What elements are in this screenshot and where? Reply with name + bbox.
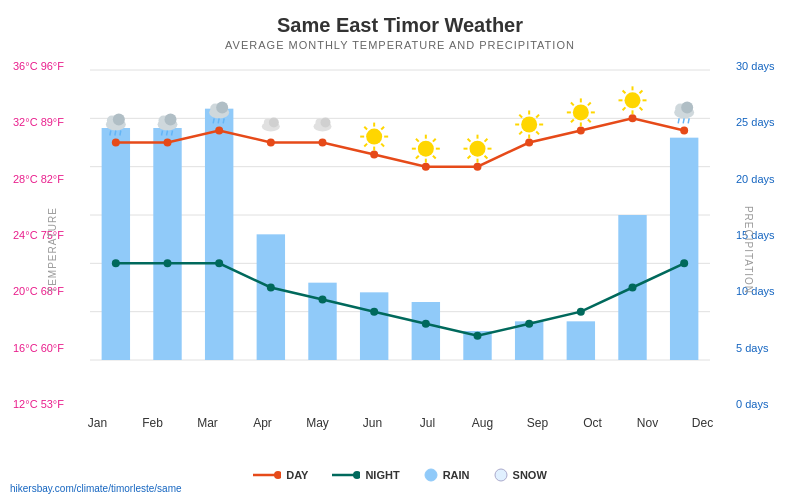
x-label: May: [298, 416, 338, 430]
y-label-right: 20 days: [736, 173, 775, 185]
svg-line-9: [381, 144, 384, 147]
watermark: hikersbay.com/climate/timorleste/same: [10, 483, 182, 494]
night-temp-dot: [370, 308, 378, 316]
day-temp-dot: [370, 151, 378, 159]
svg-point-25: [470, 141, 486, 157]
x-label: Apr: [243, 416, 283, 430]
chart-title: Same East Timor Weather: [0, 0, 800, 37]
svg-line-27: [485, 156, 488, 159]
svg-line-51: [588, 103, 591, 106]
x-label: Mar: [188, 416, 228, 430]
legend-night-label: NIGHT: [365, 469, 399, 481]
night-temp-dot: [112, 259, 120, 267]
svg-line-76: [213, 118, 214, 123]
sun-icon: [412, 135, 440, 163]
svg-line-18: [433, 156, 436, 159]
svg-point-81: [681, 101, 693, 113]
legend-day: DAY: [253, 469, 308, 481]
chart-container: Same East Timor Weather AVERAGE MONTHLY …: [0, 0, 800, 500]
svg-line-78: [223, 118, 224, 123]
day-temp-dot: [680, 126, 688, 134]
y-label-left: 32°C 89°F: [13, 116, 64, 128]
rain-bar: [360, 292, 388, 360]
svg-point-75: [216, 101, 228, 113]
night-temp-dot: [319, 296, 327, 304]
rain-bar: [102, 128, 130, 360]
svg-point-7: [366, 129, 382, 145]
svg-point-87: [269, 118, 279, 128]
legend-rain: RAIN: [424, 468, 470, 482]
rain-bar: [257, 234, 285, 360]
x-axis: JanFebMarAprMayJunJulAugSepOctNovDec: [70, 416, 730, 430]
svg-line-66: [120, 131, 121, 136]
night-temp-dot: [680, 259, 688, 267]
cloud-icon: [674, 101, 694, 123]
sun-icon: [360, 123, 388, 151]
svg-line-70: [162, 131, 163, 136]
svg-line-13: [364, 127, 367, 130]
svg-line-83: [683, 118, 684, 123]
day-temp-dot: [422, 163, 430, 171]
night-temp-dot: [525, 320, 533, 328]
svg-line-56: [623, 107, 626, 110]
sun-icon: [515, 111, 543, 139]
svg-point-95: [425, 469, 437, 481]
day-temp-line: [116, 118, 684, 166]
y-label-left: 16°C 60°F: [13, 342, 64, 354]
day-temp-dot: [267, 139, 275, 147]
day-temp-dot: [112, 139, 120, 147]
chart-subtitle: AVERAGE MONTHLY TEMPERATURE AND PRECIPIT…: [0, 39, 800, 51]
rain-bar: [205, 109, 233, 360]
rain-bar: [567, 321, 595, 360]
svg-line-45: [588, 119, 591, 122]
svg-line-11: [364, 144, 367, 147]
night-temp-dot: [164, 259, 172, 267]
sun-icon: [567, 98, 595, 126]
night-temp-dot: [474, 332, 482, 340]
y-label-right: 5 days: [736, 342, 768, 354]
legend: DAY NIGHT RAIN SNOW: [0, 468, 800, 482]
svg-line-29: [468, 156, 471, 159]
svg-line-20: [416, 156, 419, 159]
rain-bar: [412, 302, 440, 360]
day-temp-dot: [474, 163, 482, 171]
legend-day-label: DAY: [286, 469, 308, 481]
day-temp-dot: [577, 126, 585, 134]
svg-point-92: [274, 471, 281, 479]
svg-point-52: [625, 92, 641, 108]
svg-point-94: [353, 471, 360, 479]
rain-bar: [670, 138, 698, 360]
cloud-icon: [314, 118, 332, 132]
svg-line-82: [678, 118, 679, 123]
sun-icon: [619, 86, 647, 114]
svg-point-90: [321, 118, 331, 128]
night-temp-dot: [629, 284, 637, 292]
rain-bar: [308, 283, 336, 360]
svg-line-31: [468, 139, 471, 142]
svg-line-64: [110, 131, 111, 136]
svg-line-36: [536, 132, 539, 135]
svg-point-96: [495, 469, 507, 481]
svg-line-60: [640, 90, 643, 93]
y-label-left: 36°C 96°F: [13, 60, 64, 72]
day-temp-dot: [164, 139, 172, 147]
day-temp-dot: [215, 126, 223, 134]
sun-icon: [464, 135, 492, 163]
legend-snow: SNOW: [494, 468, 547, 482]
legend-snow-label: SNOW: [513, 469, 547, 481]
legend-rain-label: RAIN: [443, 469, 470, 481]
svg-line-72: [172, 131, 173, 136]
main-chart-svg: [70, 60, 730, 370]
night-temp-dot: [215, 259, 223, 267]
night-temp-line: [116, 263, 684, 336]
day-temp-dot: [629, 114, 637, 122]
cloud-icon: [262, 118, 280, 132]
y-axis-title-right: PRECIPITATION: [742, 206, 753, 294]
y-label-right: 0 days: [736, 398, 768, 410]
x-label: Nov: [628, 416, 668, 430]
svg-point-63: [113, 114, 125, 126]
svg-line-84: [688, 118, 689, 123]
svg-line-54: [640, 107, 643, 110]
rain-bar: [153, 128, 181, 360]
svg-line-38: [519, 132, 522, 135]
